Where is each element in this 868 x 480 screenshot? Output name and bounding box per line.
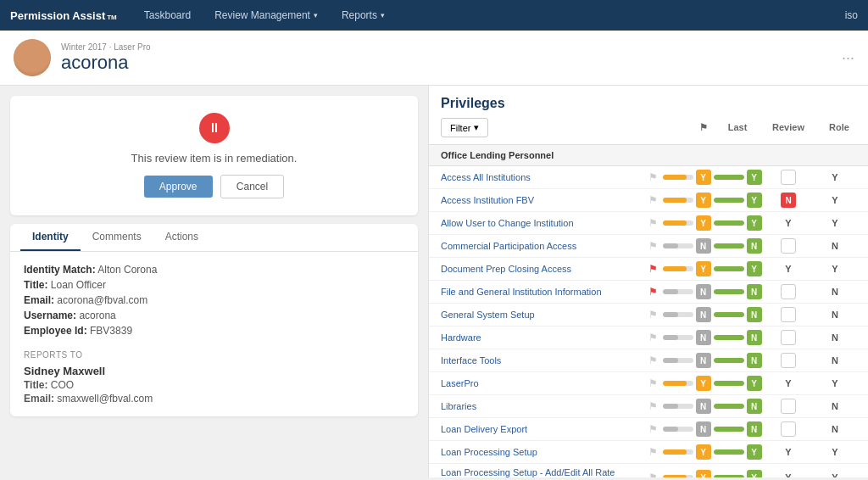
identity-title: Title: Loan Officer bbox=[24, 279, 404, 291]
nav-user-label: iso bbox=[845, 9, 858, 21]
now-value: N bbox=[814, 424, 856, 434]
last-value: Y bbox=[661, 261, 712, 276]
role-value bbox=[763, 284, 814, 299]
last-value: N bbox=[661, 307, 712, 322]
table-row: LaserPro⚑YYYY bbox=[429, 372, 868, 395]
reports-to-section: REPORTS TO Sidney Maxwell Title: COO Ema… bbox=[24, 350, 404, 405]
review-value: Y bbox=[712, 170, 763, 185]
top-navigation: Permission AssistTM Taskboard Review Man… bbox=[0, 0, 868, 31]
review-value: N bbox=[712, 421, 763, 437]
review-value: Y bbox=[712, 193, 763, 208]
approve-button[interactable]: Approve bbox=[144, 176, 213, 198]
role-value bbox=[763, 238, 814, 254]
role-value: Y bbox=[763, 378, 814, 388]
nav-taskboard[interactable]: Taskboard bbox=[134, 4, 201, 26]
now-value: N bbox=[814, 287, 856, 297]
flag-icon: ⚑ bbox=[644, 263, 661, 275]
privilege-name[interactable]: Allow User to Change Institution bbox=[441, 218, 644, 228]
tab-comments[interactable]: Comments bbox=[81, 224, 153, 251]
flag-icon: ⚑ bbox=[644, 377, 661, 389]
chevron-down-icon: ▾ bbox=[381, 11, 385, 20]
tab-identity[interactable]: Identity bbox=[20, 224, 81, 251]
role-value: Y bbox=[763, 472, 814, 477]
main-content: ⏸ This review item is in remediation. Ap… bbox=[0, 86, 868, 477]
role-value: Y bbox=[763, 264, 814, 274]
now-value: N bbox=[814, 310, 856, 320]
cancel-button[interactable]: Cancel bbox=[220, 175, 284, 198]
review-value: N bbox=[712, 307, 763, 322]
user-subtitle: Winter 2017 · Laser Pro bbox=[61, 42, 151, 52]
privilege-name[interactable]: Loan Processing Setup - Add/Edit All Rat… bbox=[441, 467, 644, 477]
col-review: Review bbox=[763, 122, 814, 133]
privilege-name[interactable]: Document Prep Closing Access bbox=[441, 264, 644, 274]
identity-tabs: Identity Comments Actions bbox=[10, 224, 418, 252]
col-role: Role bbox=[814, 122, 865, 133]
last-value: N bbox=[661, 421, 712, 437]
table-row: General System Setup⚑NN N bbox=[429, 304, 868, 327]
table-row: Document Prep Closing Access⚑YYYY bbox=[429, 258, 868, 281]
nav-reports[interactable]: Reports ▾ bbox=[331, 4, 395, 26]
table-row: Loan Delivery Export⚑NN N bbox=[429, 418, 868, 441]
last-value: Y bbox=[661, 470, 712, 477]
privilege-name[interactable]: Hardware bbox=[441, 332, 644, 343]
privilege-name[interactable]: Loan Delivery Export bbox=[441, 424, 644, 434]
table-row: Commercial Participation Access⚑NN N bbox=[429, 235, 868, 258]
table-row: Hardware⚑NN N bbox=[429, 327, 868, 349]
avatar bbox=[14, 39, 51, 76]
table-row: Loan Processing Setup⚑YYYY bbox=[429, 441, 868, 464]
privilege-name[interactable]: Libraries bbox=[441, 401, 644, 411]
table-row: Libraries⚑NN N bbox=[429, 395, 868, 418]
brand-logo: Permission AssistTM bbox=[10, 9, 117, 22]
review-value: Y bbox=[712, 470, 763, 477]
role-value bbox=[763, 307, 814, 322]
privilege-name[interactable]: Commercial Participation Access bbox=[441, 241, 644, 251]
flag-icon: ⚑ bbox=[644, 423, 661, 435]
now-value: Y bbox=[814, 195, 856, 205]
last-value: N bbox=[661, 284, 712, 299]
more-options-button[interactable]: ··· bbox=[842, 49, 854, 67]
review-value: N bbox=[712, 353, 763, 368]
privilege-name[interactable]: Access All Institutions bbox=[441, 172, 644, 182]
last-value: Y bbox=[661, 193, 712, 208]
chevron-down-icon: ▾ bbox=[314, 11, 318, 20]
privilege-name[interactable]: Access Institution FBV bbox=[441, 195, 644, 205]
flag-icon: ⚑ bbox=[644, 217, 661, 229]
role-value bbox=[763, 353, 814, 368]
privilege-name[interactable]: Loan Processing Setup bbox=[441, 447, 644, 457]
now-value: Y bbox=[814, 264, 856, 274]
manager-title: Title: COO bbox=[24, 379, 404, 391]
table-row: Interface Tools⚑NN N bbox=[429, 349, 868, 372]
role-value bbox=[763, 399, 814, 414]
user-info: Winter 2017 · Laser Pro acorona bbox=[61, 42, 151, 74]
flag-icon: ⚑ bbox=[644, 446, 661, 458]
identity-match: Identity Match: Alton Corona bbox=[24, 264, 404, 276]
role-value bbox=[763, 170, 814, 185]
manager-email: Email: smaxwell@fbval.com bbox=[24, 393, 404, 405]
filter-bar: Filter ▾ ⚑ Last Review Role Now bbox=[429, 118, 868, 144]
review-value: N bbox=[712, 284, 763, 299]
filter-button[interactable]: Filter ▾ bbox=[441, 118, 488, 137]
privilege-name[interactable]: File and General Institution Information bbox=[441, 287, 644, 297]
col-last: Last bbox=[712, 122, 763, 133]
privileges-section-header: Office Lending Personnel bbox=[429, 144, 868, 166]
last-value: Y bbox=[661, 170, 712, 185]
nav-items: Taskboard Review Management ▾ Reports ▾ bbox=[134, 4, 845, 26]
identity-empid: Employee Id: FBV3839 bbox=[24, 325, 404, 337]
review-value: Y bbox=[712, 215, 763, 231]
privilege-name[interactable]: Interface Tools bbox=[441, 355, 644, 366]
now-value: Y bbox=[814, 378, 856, 388]
tab-actions[interactable]: Actions bbox=[153, 224, 210, 251]
identity-body: Identity Match: Alton Corona Title: Loan… bbox=[10, 252, 418, 416]
identity-card: Identity Comments Actions Identity Match… bbox=[10, 224, 418, 416]
privilege-name[interactable]: General System Setup bbox=[441, 310, 644, 320]
left-panel: ⏸ This review item is in remediation. Ap… bbox=[0, 86, 428, 477]
flag-icon: ⚑ bbox=[644, 354, 661, 366]
privilege-name[interactable]: LaserPro bbox=[441, 378, 644, 388]
flag-icon: ⚑ bbox=[644, 171, 661, 183]
nav-review-management[interactable]: Review Management ▾ bbox=[204, 4, 328, 26]
flag-icon: ⚑ bbox=[644, 194, 661, 206]
role-value bbox=[763, 330, 814, 345]
col-flag: ⚑ bbox=[695, 122, 712, 133]
last-value: N bbox=[661, 399, 712, 414]
flag-icon: ⚑ bbox=[644, 309, 661, 321]
